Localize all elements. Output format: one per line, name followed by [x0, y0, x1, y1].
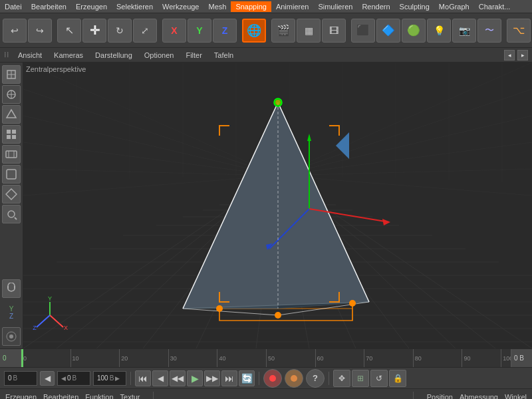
- status-erzeugen[interactable]: Erzeugen: [5, 393, 37, 400]
- play-button[interactable]: ▶: [187, 370, 203, 386]
- help-button[interactable]: ?: [306, 369, 325, 388]
- undo-button[interactable]: ↩: [3, 19, 27, 43]
- sidebar-mode-btn-7[interactable]: [2, 185, 21, 203]
- keyframe-button[interactable]: [285, 369, 303, 388]
- redo-button[interactable]: ↪: [28, 19, 52, 43]
- sidebar-xyz-display: Y Z: [9, 299, 14, 326]
- z-axis-button[interactable]: Z: [213, 19, 237, 43]
- lock-button[interactable]: 🔒: [389, 370, 406, 387]
- menu-mesh[interactable]: Mesh: [203, 1, 231, 12]
- vp-menu-ansicht[interactable]: Ansicht: [15, 50, 45, 61]
- move-arrows-button[interactable]: ✥: [333, 370, 350, 387]
- film-strip-button[interactable]: ▦: [297, 19, 321, 43]
- rotate-tool-button[interactable]: ↻: [108, 19, 132, 43]
- loop-button[interactable]: 🔄: [239, 370, 255, 386]
- frame-start-display[interactable]: 0 B: [4, 371, 37, 386]
- status-position[interactable]: Position: [427, 393, 453, 400]
- menu-bearbeiten[interactable]: Bearbeiten: [27, 1, 71, 12]
- main-area: Y Z Zentralperspektive: [0, 63, 532, 348]
- viewport-icons: ◂ ▸: [504, 50, 528, 61]
- goto-start-button[interactable]: ⏮: [135, 370, 151, 386]
- menu-selektieren[interactable]: Selektieren: [112, 1, 158, 12]
- svg-line-17: [15, 217, 17, 219]
- goto-end-button[interactable]: ⏭: [221, 370, 237, 386]
- play-back-button[interactable]: ◀◀: [170, 370, 186, 386]
- menu-animieren[interactable]: Animieren: [271, 1, 314, 12]
- snap-button[interactable]: ⊞: [352, 370, 369, 387]
- 3d-viewport[interactable]: Zentralperspektive: [23, 63, 532, 348]
- status-winkel[interactable]: Winkel: [505, 393, 527, 400]
- x-axis-button[interactable]: X: [162, 19, 186, 43]
- sidebar-mode-btn-3[interactable]: [2, 105, 21, 124]
- svg-text:X: X: [64, 325, 68, 331]
- menu-datei[interactable]: Datei: [0, 1, 27, 12]
- vp-menu-optionen[interactable]: Optionen: [141, 50, 178, 61]
- svg-line-102: [50, 315, 63, 327]
- toolbar: ↩ ↪ ↖ ✛ ↻ ⤢ X Y Z 🌐 🎬 ▦ 🎞 ⬛ 🔷 🟢 💡 📷 〜 ⌥ …: [0, 13, 532, 48]
- move-tool-button[interactable]: ✛: [82, 19, 106, 43]
- light-button[interactable]: 💡: [427, 19, 451, 43]
- record-button[interactable]: [263, 369, 282, 388]
- vp-icon-settings[interactable]: ▸: [517, 50, 528, 61]
- sidebar-mode-btn-2[interactable]: [2, 85, 21, 104]
- snap-globe-button[interactable]: 🌐: [242, 19, 266, 43]
- sphere-button[interactable]: 🟢: [402, 19, 426, 43]
- frame-end-display[interactable]: 100 B ▶: [93, 371, 126, 386]
- svg-line-104: [37, 315, 50, 327]
- status-right-group: Position Abmessung Winkel: [427, 393, 527, 400]
- deformer-button[interactable]: ⌥: [507, 19, 531, 43]
- vp-menu-darstellung[interactable]: Darstellung: [92, 50, 136, 61]
- status-textur[interactable]: Textur: [120, 393, 140, 400]
- y-axis-button[interactable]: Y: [188, 19, 211, 43]
- clapper-button[interactable]: 🎞: [322, 19, 346, 43]
- controls-sep-2: [259, 372, 259, 385]
- svg-point-106: [269, 375, 276, 382]
- sidebar-mode-btn-1[interactable]: [2, 65, 21, 84]
- vp-menu-filter[interactable]: Filter: [182, 50, 205, 61]
- menu-rendern[interactable]: Rendern: [357, 1, 394, 12]
- menu-charakter[interactable]: Charakt...: [474, 1, 515, 12]
- select-tool-button[interactable]: ↖: [57, 19, 81, 43]
- svg-point-98: [275, 100, 281, 105]
- sidebar-mode-btn-8[interactable]: [2, 205, 21, 223]
- status-bearbeiten[interactable]: Bearbeiten: [43, 393, 78, 400]
- timeline-button[interactable]: 🎬: [271, 19, 295, 43]
- svg-text:Y: Y: [48, 295, 52, 302]
- next-frame-button[interactable]: ▶▶: [204, 370, 220, 386]
- sidebar-mode-btn-4[interactable]: [2, 125, 21, 144]
- svg-rect-7: [7, 130, 11, 134]
- tick-40: 40: [217, 349, 225, 368]
- timeline-start-label: 0: [0, 349, 21, 367]
- svg-marker-15: [6, 189, 17, 200]
- timeline-ruler[interactable]: 0 10 20 30 40 50 60 70 80 90 100: [21, 349, 511, 368]
- scale-tool-button[interactable]: ⤢: [133, 19, 157, 43]
- svg-point-95: [216, 305, 223, 312]
- frame-step-btn[interactable]: ◀: [40, 371, 55, 386]
- menu-sculpting[interactable]: Sculpting: [395, 1, 434, 12]
- sidebar-magnet-btn[interactable]: [2, 279, 21, 298]
- vp-menu-kameras[interactable]: Kameras: [51, 50, 86, 61]
- sidebar-mode-btn-6[interactable]: [2, 165, 21, 184]
- vp-menu-tafeln[interactable]: Tafeln: [211, 50, 237, 61]
- sidebar-bottom-btn[interactable]: [2, 327, 21, 346]
- vp-icon-expand[interactable]: ◂: [504, 50, 515, 61]
- menu-mograph[interactable]: MoGraph: [434, 1, 474, 12]
- menu-erzeugen[interactable]: Erzeugen: [71, 1, 112, 12]
- menu-simulieren[interactable]: Simulieren: [313, 1, 357, 12]
- camera-btn[interactable]: 📷: [452, 19, 476, 43]
- status-abmessung[interactable]: Abmessung: [460, 393, 498, 400]
- cube-button[interactable]: ⬛: [351, 19, 375, 43]
- menu-werkzeuge[interactable]: Werkzeuge: [158, 1, 203, 12]
- object-button[interactable]: 🔷: [376, 19, 400, 43]
- loop-sq-button[interactable]: ↺: [370, 370, 388, 387]
- spline-button[interactable]: 〜: [477, 19, 501, 43]
- menu-snapping[interactable]: Snapping: [231, 1, 271, 12]
- frame-current-display[interactable]: ◀ 0 B: [57, 371, 90, 386]
- status-funktion[interactable]: Funktion: [85, 393, 113, 400]
- svg-rect-11: [6, 151, 17, 158]
- tick-80: 80: [413, 349, 422, 368]
- prev-frame-button[interactable]: ◀: [152, 370, 168, 386]
- svg-point-107: [291, 375, 297, 382]
- sidebar-mode-btn-5[interactable]: [2, 145, 21, 164]
- svg-rect-10: [12, 135, 16, 139]
